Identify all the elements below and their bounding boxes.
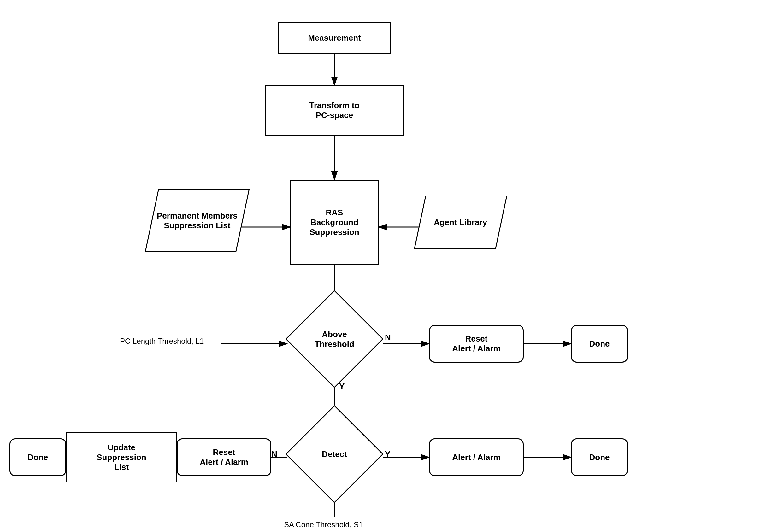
detect-label: Detect bbox=[310, 430, 359, 479]
update-suppression-label: Update Suppression List bbox=[96, 443, 146, 472]
agent-library-box: Agent Library bbox=[414, 196, 507, 249]
update-suppression-box: Update Suppression List bbox=[66, 432, 177, 482]
above-threshold-label: AboveThreshold bbox=[310, 315, 359, 364]
n-label-1: N bbox=[385, 333, 391, 342]
permanent-members-box: Permanent Members Suppression List bbox=[145, 189, 250, 252]
done-3-label: Done bbox=[589, 453, 610, 462]
n-label-2: N bbox=[271, 449, 277, 459]
done-3-box: Done bbox=[571, 438, 628, 476]
ras-box: RAS Background Suppression bbox=[290, 180, 378, 265]
alert-alarm-label: Alert / Alarm bbox=[452, 453, 501, 462]
done-2-box: Done bbox=[9, 438, 66, 476]
flowchart-diagram: Measurement Transform to PC-space RAS Ba… bbox=[0, 0, 772, 532]
y-label-2: Y bbox=[385, 449, 390, 459]
measurement-box: Measurement bbox=[278, 22, 391, 54]
alert-alarm-box: Alert / Alarm bbox=[429, 438, 524, 476]
transform-box: Transform to PC-space bbox=[265, 85, 404, 136]
reset-alert-1-label: Reset Alert / Alarm bbox=[452, 334, 501, 354]
agent-library-label: Agent Library bbox=[434, 218, 487, 227]
reset-alert-1-box: Reset Alert / Alarm bbox=[429, 325, 524, 363]
done-1-box: Done bbox=[571, 325, 628, 363]
done-2-label: Done bbox=[28, 453, 48, 462]
permanent-members-label: Permanent Members Suppression List bbox=[157, 211, 237, 231]
pc-length-label: PC Length Threshold, L1 bbox=[120, 337, 204, 346]
above-threshold-diamond: AboveThreshold bbox=[285, 290, 383, 388]
transform-label: Transform to PC-space bbox=[309, 101, 360, 120]
reset-alert-2-box: Reset Alert / Alarm bbox=[177, 438, 271, 476]
y-label-1: Y bbox=[339, 382, 344, 391]
done-1-label: Done bbox=[589, 339, 610, 349]
detect-diamond: Detect bbox=[285, 405, 383, 503]
measurement-label: Measurement bbox=[308, 33, 361, 43]
reset-alert-2-label: Reset Alert / Alarm bbox=[200, 447, 248, 467]
sa-cone-label: SA Cone Threshold, S1 bbox=[284, 520, 363, 529]
ras-label: RAS Background Suppression bbox=[309, 208, 359, 237]
